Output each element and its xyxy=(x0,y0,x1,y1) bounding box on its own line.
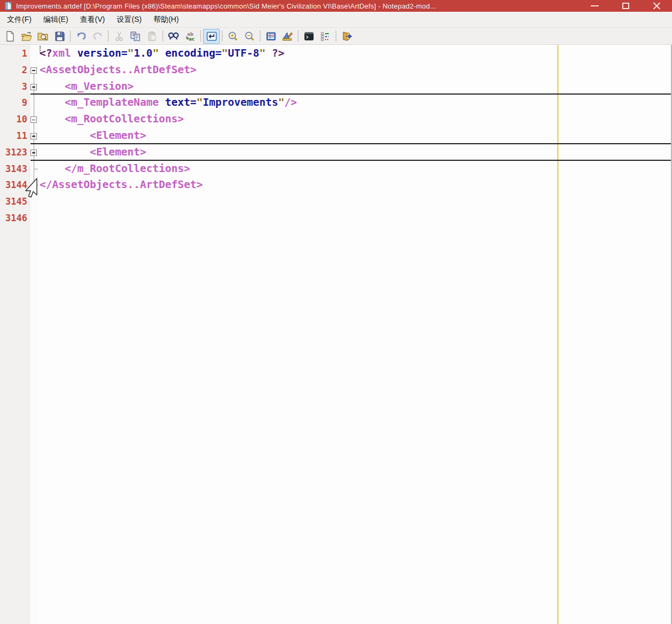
line-number: 3143 xyxy=(0,161,30,177)
editor-pane[interactable]: 1<?xml version="1.0" encoding="UTF-8" ?>… xyxy=(0,45,672,624)
zoom-out-button[interactable] xyxy=(241,29,258,44)
menu-settings[interactable]: 设置(S) xyxy=(111,12,148,27)
menu-edit[interactable]: 编辑(E) xyxy=(37,12,74,27)
toolbar-separator xyxy=(70,30,71,42)
code-text xyxy=(38,193,672,210)
cut-button[interactable] xyxy=(111,29,127,44)
code-line[interactable]: 3143 </m_RootCollections> xyxy=(0,161,672,177)
minimize-button[interactable] xyxy=(579,0,610,12)
toolbar: ab ac xyxy=(0,28,672,45)
undo-button[interactable] xyxy=(73,29,89,44)
menu-bar: 文件(F) 编辑(E) 查看(V) 设置(S) 帮助(H) xyxy=(0,12,672,28)
save-file-icon xyxy=(55,31,65,42)
toolbar-separator xyxy=(298,30,298,42)
cut-icon xyxy=(114,31,125,42)
redo-icon xyxy=(92,31,103,42)
find-icon xyxy=(168,31,179,42)
replace-button[interactable]: ab ac xyxy=(182,29,198,44)
code-text: </m_RootCollections> xyxy=(38,161,672,177)
paste-button[interactable] xyxy=(144,29,160,44)
zoom-in-icon xyxy=(228,31,238,42)
fold-toggle-collapsed-icon[interactable] xyxy=(30,144,38,161)
browse-files-icon xyxy=(37,31,49,42)
code-text: </AssetObjects..ArtDefSet> xyxy=(38,177,672,193)
code-line[interactable]: 3144</AssetObjects..ArtDefSet> xyxy=(0,177,672,193)
fold-toggle-expanded-icon[interactable] xyxy=(30,62,38,79)
window-title: Improvements.artdef [D:\Program Files (x… xyxy=(16,2,672,10)
exit-icon xyxy=(341,31,352,42)
toolbar-separator xyxy=(108,30,109,42)
mouse-cursor xyxy=(24,178,38,199)
customize-scheme-button[interactable] xyxy=(279,29,296,44)
maximize-icon xyxy=(622,3,629,9)
replace-icon: ab ac xyxy=(184,31,196,42)
new-file-icon xyxy=(5,31,16,42)
text-caret xyxy=(40,46,41,53)
code-line[interactable]: 3145 xyxy=(0,193,672,210)
svg-text:ac: ac xyxy=(189,36,195,42)
code-line[interactable]: 1<?xml version="1.0" encoding="UTF-8" ?> xyxy=(0,45,672,62)
console-icon xyxy=(304,31,314,42)
svg-text:ab: ab xyxy=(187,31,194,36)
redo-button[interactable] xyxy=(89,29,106,44)
save-file-button[interactable] xyxy=(51,29,68,44)
code-line[interactable]: 10 <m_RootCollections> xyxy=(0,111,672,128)
word-wrap-button[interactable] xyxy=(203,29,220,44)
new-file-button[interactable] xyxy=(2,29,18,44)
code-line[interactable]: 3123 <Element> xyxy=(0,144,672,161)
fold-guide xyxy=(30,161,38,177)
menu-help[interactable]: 帮助(H) xyxy=(148,12,184,27)
code-line[interactable]: 2<AssetObjects..ArtDefSet> xyxy=(0,62,672,79)
fold-toggle-collapsed-icon[interactable] xyxy=(30,128,38,144)
line-number: 3123 xyxy=(0,144,30,161)
code-text: <m_RootCollections> xyxy=(38,111,672,128)
open-file-icon xyxy=(21,31,32,42)
menu-view[interactable]: 查看(V) xyxy=(74,12,111,27)
code-text: <Element> xyxy=(38,128,672,144)
line-number: 1 xyxy=(0,45,30,62)
code-line[interactable]: 3146 xyxy=(0,210,672,227)
code-text: <AssetObjects..ArtDefSet> xyxy=(38,62,672,79)
line-number: 9 xyxy=(0,95,30,111)
line-number: 3 xyxy=(0,79,30,95)
zoom-in-button[interactable] xyxy=(225,29,241,44)
copy-icon xyxy=(130,31,141,42)
options-list-button[interactable] xyxy=(317,29,334,44)
find-button[interactable] xyxy=(165,29,182,44)
customize-scheme-icon xyxy=(282,31,293,42)
fold-toggle-collapsed-icon[interactable] xyxy=(30,79,38,95)
close-button[interactable] xyxy=(641,0,672,12)
notepad2-window: Improvements.artdef [D:\Program Files (x… xyxy=(0,0,672,624)
word-wrap-icon xyxy=(206,31,217,42)
copy-button[interactable] xyxy=(127,29,144,44)
toolbar-separator xyxy=(260,30,260,42)
toolbar-separator xyxy=(163,30,163,42)
toolbar-separator xyxy=(336,30,336,42)
maximize-button[interactable] xyxy=(610,0,641,12)
code-text: <m_Version> xyxy=(38,79,672,95)
line-number: 10 xyxy=(0,111,30,128)
code-text: <?xml version="1.0" encoding="UTF-8" ?> xyxy=(38,45,672,62)
syntax-scheme-button[interactable] xyxy=(262,29,279,44)
toolbar-separator xyxy=(222,30,222,42)
code-line[interactable]: 9 <m_TemplateName text="Improvements"/> xyxy=(0,95,672,111)
syntax-scheme-icon xyxy=(266,31,276,42)
fold-guide xyxy=(30,95,38,111)
console-button[interactable] xyxy=(300,29,317,44)
browse-files-button[interactable] xyxy=(35,29,51,44)
menu-file[interactable]: 文件(F) xyxy=(1,12,37,27)
close-icon xyxy=(653,2,661,10)
code-text: <Element> xyxy=(38,144,672,161)
code-line[interactable]: 3 <m_Version> xyxy=(0,79,672,95)
open-file-button[interactable] xyxy=(18,29,35,44)
app-icon xyxy=(4,2,13,10)
fold-toggle-expanded-icon[interactable] xyxy=(30,111,38,128)
fold-guide xyxy=(30,210,38,227)
title-bar: Improvements.artdef [D:\Program Files (x… xyxy=(0,0,672,12)
line-number: 2 xyxy=(0,62,30,79)
code-line[interactable]: 11 <Element> xyxy=(0,128,672,144)
minimize-icon xyxy=(591,5,599,6)
zoom-out-icon xyxy=(244,31,255,42)
options-list-icon xyxy=(320,31,331,42)
exit-button[interactable] xyxy=(338,29,355,44)
